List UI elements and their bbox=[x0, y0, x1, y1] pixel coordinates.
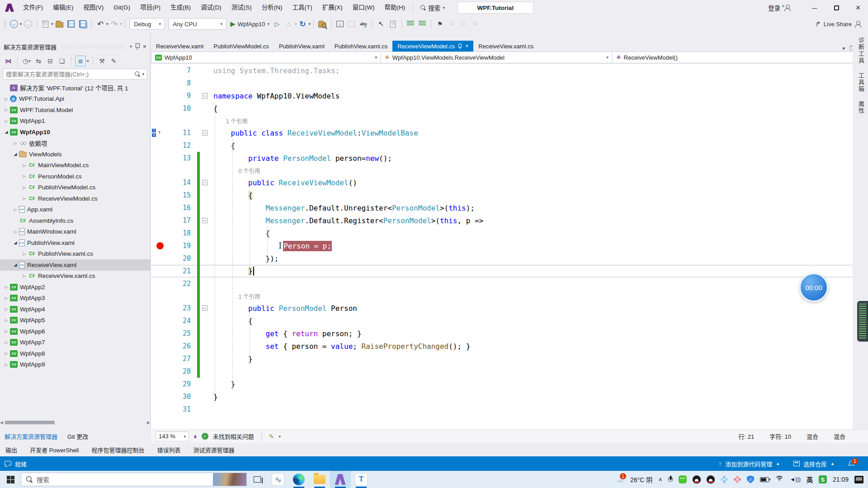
breakpoint-margin[interactable] bbox=[151, 115, 170, 127]
breakpoint-margin[interactable] bbox=[151, 352, 170, 365]
tree-item-WpfApp10[interactable]: ◢C#WpfApp10 bbox=[0, 127, 150, 138]
explorer-horizontal-scrollbar[interactable]: ◀ ▶ bbox=[0, 419, 150, 426]
tab-ReceiveViewModel.cs[interactable]: ReceiveViewModel.cs× bbox=[392, 41, 473, 52]
collapse-region-icon[interactable]: − bbox=[202, 130, 208, 136]
search-options-icon[interactable]: ▾ bbox=[142, 72, 144, 76]
breakpoint-margin[interactable] bbox=[151, 327, 170, 340]
close-tab-icon[interactable]: × bbox=[465, 43, 468, 49]
code-text[interactable]: namespace WpfApp10.ViewModels bbox=[210, 92, 340, 100]
code-text[interactable]: { bbox=[210, 229, 270, 238]
taskbar-search-box[interactable]: 搜索 bbox=[21, 473, 247, 486]
expand-arrow-icon[interactable]: ▷ bbox=[3, 119, 10, 123]
tree-item-AssemblyInfo.cs[interactable]: C#AssemblyInfo.cs bbox=[0, 215, 150, 226]
breakpoint-margin[interactable] bbox=[151, 239, 170, 252]
column-indicator[interactable]: 字符: 10 bbox=[769, 432, 791, 441]
code-text[interactable]: public class ReceiveViewModel:ViewModelB… bbox=[210, 129, 418, 137]
breakpoint-margin[interactable] bbox=[151, 89, 170, 102]
temperature-label[interactable]: 26°C 阴 bbox=[630, 475, 652, 484]
restore-button[interactable] bbox=[826, 0, 846, 15]
tool-tab-错误列表[interactable]: 错误列表 bbox=[157, 446, 180, 454]
typora-icon[interactable]: ST bbox=[351, 471, 372, 488]
breakpoint-margin[interactable] bbox=[151, 378, 170, 390]
expand-arrow-icon[interactable]: ▷ bbox=[12, 141, 19, 145]
menu-item-10[interactable]: 扩展(X) bbox=[317, 0, 348, 15]
notifications-button[interactable]: 1 bbox=[848, 460, 854, 467]
breakpoint-margin[interactable] bbox=[151, 314, 170, 327]
qq-icon-2[interactable] bbox=[707, 475, 715, 483]
tree-item-WPF.Tutorial.Model[interactable]: ▷C#WPF.Tutorial.Model bbox=[0, 104, 150, 116]
code-text[interactable]: Messenger.Default.Register<PersonModel>(… bbox=[210, 216, 483, 225]
spell-check-button[interactable]: abc✓ bbox=[358, 18, 369, 30]
expand-arrow-icon[interactable]: ▷ bbox=[12, 230, 19, 234]
document-outline-button[interactable] bbox=[387, 18, 399, 30]
menu-item-0[interactable]: 文件(F) bbox=[18, 0, 48, 15]
line-indicator[interactable]: 行: 21 bbox=[739, 432, 755, 441]
close-button[interactable]: × bbox=[848, 0, 868, 15]
open-file-button[interactable] bbox=[53, 18, 65, 30]
breakpoint-margin[interactable] bbox=[151, 176, 170, 189]
insert-mode-indicator[interactable]: 混合 bbox=[807, 432, 818, 441]
minimize-button[interactable]: ─ bbox=[805, 0, 825, 15]
expand-arrow-icon[interactable]: ▷ bbox=[3, 362, 10, 367]
search-menu[interactable]: 搜索 ▾ bbox=[416, 3, 449, 12]
boxed-selection-button[interactable] bbox=[346, 18, 358, 30]
tree-item-WPF.Tutorial.Api[interactable]: ▷◍WPF.Tutorial.Api bbox=[0, 94, 150, 105]
code-text[interactable]: set { person = value; RaisePropertyChang… bbox=[210, 342, 470, 351]
recording-timer-overlay[interactable]: 00:00 bbox=[799, 273, 828, 302]
code-text[interactable]: { bbox=[210, 141, 235, 150]
tree-item-PublishViewModel.cs[interactable]: ▷C#PublishViewModel.cs bbox=[0, 182, 150, 193]
menu-item-2[interactable]: 视图(V) bbox=[78, 0, 108, 15]
breakpoint-margin[interactable] bbox=[151, 390, 170, 403]
expand-arrow-icon[interactable]: ▷ bbox=[21, 196, 28, 201]
tree-item-WpfApp3[interactable]: ▷C#WpfApp3 bbox=[0, 293, 150, 304]
tree-item-PublishView.xaml.cs[interactable]: ▷C#PublishView.xaml.cs bbox=[0, 249, 150, 260]
code-text[interactable]: { bbox=[210, 317, 253, 325]
side-tab-属性[interactable]: 属性 bbox=[857, 101, 865, 114]
live-share-button[interactable]: ↱ Live Share bbox=[815, 20, 868, 28]
pin-icon[interactable] bbox=[135, 43, 140, 50]
type-dropdown[interactable]: ❖ WpfApp10.ViewModels.ReceiveViewModel ▾ bbox=[381, 52, 613, 63]
qq-icon-1[interactable] bbox=[693, 475, 701, 483]
save-all-button[interactable] bbox=[77, 18, 89, 30]
visual-studio-taskbar-icon[interactable] bbox=[330, 471, 351, 488]
expand-arrow-icon[interactable]: ◢ bbox=[12, 240, 19, 245]
breakpoint-margin[interactable] bbox=[151, 277, 170, 290]
breakpoint-margin[interactable] bbox=[151, 302, 170, 314]
input-language-indicator[interactable]: 英 bbox=[807, 475, 813, 484]
redo-dropdown-icon[interactable]: ▾ bbox=[120, 22, 123, 26]
tree-item-PublishView.xaml[interactable]: ◢<>PublishView.xaml bbox=[0, 237, 150, 249]
sogou-ime-icon[interactable]: S bbox=[819, 475, 827, 483]
fold-margin[interactable]: − bbox=[200, 218, 210, 223]
login-button[interactable]: 登录 bbox=[768, 3, 780, 12]
cleanup-dropdown-icon[interactable]: ▾ bbox=[278, 434, 281, 439]
tree-item-PersonModel.cs[interactable]: ▷C#PersonModel.cs bbox=[0, 171, 150, 182]
prev-bookmark-button[interactable]: ⚐ bbox=[446, 18, 458, 30]
collapse-region-icon[interactable]: − bbox=[202, 305, 208, 311]
breakpoint-icon[interactable] bbox=[156, 242, 164, 249]
breakpoint-margin[interactable] bbox=[151, 189, 170, 202]
battery-icon[interactable] bbox=[760, 477, 769, 482]
expand-arrow-icon[interactable]: ▷ bbox=[3, 108, 10, 112]
pinwheel-blue-icon[interactable] bbox=[721, 476, 728, 483]
menu-item-8[interactable]: 分析(N) bbox=[257, 0, 288, 15]
navigate-forward-button[interactable]: → bbox=[22, 18, 34, 30]
breakpoint-margin[interactable] bbox=[151, 164, 170, 176]
zoom-dropdown[interactable]: 143 % ▾ bbox=[156, 432, 189, 441]
code-text[interactable]: }); bbox=[210, 254, 279, 263]
new-item-button[interactable]: ✳ bbox=[40, 18, 52, 30]
expand-arrow-icon[interactable]: ▷ bbox=[3, 340, 10, 345]
tree-item-WpfApp6[interactable]: ▷C#WpfApp6 bbox=[0, 326, 150, 337]
weather-cloud-icon[interactable]: ☁1 bbox=[615, 474, 624, 485]
expand-arrow-icon[interactable]: ▷ bbox=[3, 285, 10, 289]
solution-title-box[interactable]: WPF.Tutorial bbox=[458, 2, 533, 14]
show-all-files-icon[interactable]: ❏ bbox=[57, 56, 67, 66]
collapse-region-icon[interactable]: − bbox=[202, 93, 208, 99]
feedback-icon[interactable]: ♦ bbox=[193, 432, 197, 440]
account-icon[interactable]: + bbox=[784, 5, 791, 11]
breakpoint-margin[interactable] bbox=[151, 214, 170, 227]
solution-config-dropdown[interactable]: Debug▾ bbox=[130, 18, 165, 30]
code-text[interactable]: Person = p; bbox=[210, 242, 332, 250]
solution-search-box[interactable]: ▾ bbox=[3, 69, 147, 80]
select-repository-button[interactable]: 选择仓库 ▲ bbox=[793, 460, 835, 468]
collapse-all-icon[interactable]: ⊟ bbox=[45, 56, 56, 66]
